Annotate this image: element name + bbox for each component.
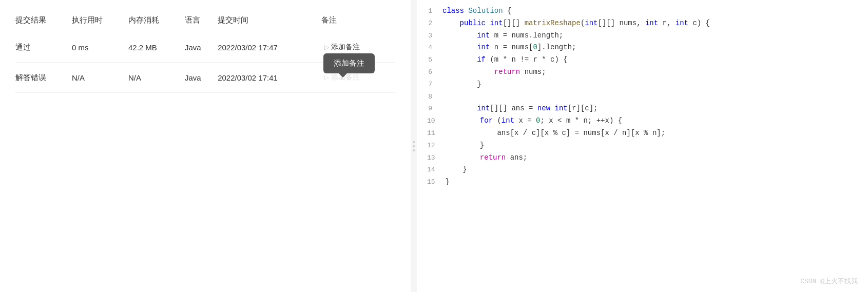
execution-time: N/A xyxy=(72,63,128,93)
language: Java xyxy=(185,32,218,63)
add-note-button[interactable]: ▷添加备注 xyxy=(321,41,363,54)
col-header-status: 提交结果 xyxy=(15,10,72,32)
line-number: 3 xyxy=(427,30,442,42)
line-content: int n = nums[0].length; xyxy=(442,42,576,54)
line-number: 8 xyxy=(427,91,442,103)
code-line: 6 return nums; xyxy=(427,66,858,79)
code-line: 5 if (m * n != r * c) { xyxy=(427,54,858,66)
line-number: 14 xyxy=(427,164,446,176)
execution-time: 0 ms xyxy=(72,32,128,63)
line-content: public int[][] matrixReshape(int[][] num… xyxy=(442,17,710,30)
line-number: 1 xyxy=(427,6,442,17)
line-number: 4 xyxy=(427,42,442,53)
col-header-memory: 内存消耗 xyxy=(128,10,185,32)
line-number: 15 xyxy=(427,177,446,188)
line-number: 12 xyxy=(427,140,446,151)
code-line: 2 public int[][] matrixReshape(int[][] n… xyxy=(427,17,858,30)
submission-status[interactable]: 通过 xyxy=(15,32,72,63)
line-number: 6 xyxy=(427,67,442,78)
line-content: } xyxy=(442,79,481,91)
code-line: 12 } xyxy=(427,140,858,152)
col-header-note: 备注 xyxy=(321,10,395,32)
watermark: CSDN @上火不找我 xyxy=(800,277,858,286)
line-content: } xyxy=(446,140,485,152)
code-editor-panel: 1class Solution {2 public int[][] matrix… xyxy=(417,0,868,292)
play-icon: ▷ xyxy=(324,44,329,51)
code-line: 14 } xyxy=(427,164,858,176)
code-container: 1class Solution {2 public int[][] matrix… xyxy=(427,5,858,188)
submit-time: 2022/03/02 17:47 xyxy=(218,32,321,63)
line-number: 7 xyxy=(427,79,442,90)
line-number: 13 xyxy=(427,152,446,164)
col-header-lang: 语言 xyxy=(185,10,218,32)
line-number: 10 xyxy=(427,115,446,127)
submissions-panel: 提交结果 执行用时 内存消耗 语言 提交时间 备注 通过0 ms42.2 MBJ… xyxy=(0,0,411,292)
line-number: 5 xyxy=(427,54,442,66)
language: Java xyxy=(185,63,218,93)
code-line: 1class Solution { xyxy=(427,5,858,17)
play-icon: ▷ xyxy=(324,74,329,81)
line-number: 11 xyxy=(427,128,446,139)
code-line: 8 xyxy=(427,91,858,103)
line-number: 2 xyxy=(427,18,442,29)
line-content: return nums; xyxy=(442,66,546,79)
add-note-label: 添加备注 xyxy=(331,43,360,52)
code-line: 15} xyxy=(427,176,858,188)
divider-dot-1 xyxy=(413,141,415,143)
divider-dot-2 xyxy=(413,145,415,147)
code-line: 11 ans[x / c][x % c] = nums[x / n][x % n… xyxy=(427,127,858,140)
panel-divider xyxy=(411,0,417,292)
col-header-submit-time: 提交时间 xyxy=(218,10,321,32)
line-content: if (m * n != r * c) { xyxy=(442,54,568,66)
add-note-tooltip[interactable]: 添加备注 xyxy=(323,53,375,73)
memory-usage: N/A xyxy=(128,63,185,93)
line-content: return ans; xyxy=(446,152,528,164)
line-content: int[][] ans = new int[r][c]; xyxy=(442,103,598,115)
line-content xyxy=(442,91,447,103)
line-number: 9 xyxy=(427,103,442,114)
line-content: ans[x / c][x % c] = nums[x / n][x % n]; xyxy=(446,127,665,140)
tooltip-label: 添加备注 xyxy=(334,59,364,67)
submit-time: 2022/03/02 17:41 xyxy=(218,63,321,93)
code-line: 3 int m = nums.length; xyxy=(427,30,858,42)
divider-dot-3 xyxy=(413,149,415,151)
code-line: 9 int[][] ans = new int[r][c]; xyxy=(427,103,858,115)
submission-status[interactable]: 解答错误 xyxy=(15,63,72,93)
code-line: 13 return ans; xyxy=(427,152,858,164)
line-content: class Solution { xyxy=(442,5,511,17)
col-header-time: 执行用时 xyxy=(72,10,128,32)
line-content: int m = nums.length; xyxy=(442,30,563,42)
code-line: 10 for (int x = 0; x < m * n; ++x) { xyxy=(427,115,858,127)
code-line: 4 int n = nums[0].length; xyxy=(427,42,858,54)
code-line: 7 } xyxy=(427,79,858,91)
memory-usage: 42.2 MB xyxy=(128,32,185,63)
line-content: for (int x = 0; x < m * n; ++x) { xyxy=(446,115,623,127)
line-content: } xyxy=(446,176,450,188)
submissions-table: 提交结果 执行用时 内存消耗 语言 提交时间 备注 通过0 ms42.2 MBJ… xyxy=(15,10,395,93)
line-content: } xyxy=(446,164,467,176)
